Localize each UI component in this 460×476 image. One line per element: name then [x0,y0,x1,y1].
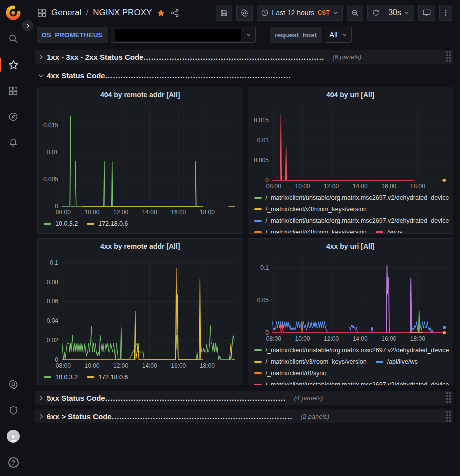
kebab-icon [442,9,450,17]
variable-value-redacted [115,29,241,41]
grafana-logo[interactable] [3,4,23,22]
sidebar-item-starred[interactable] [3,56,23,74]
legend-item[interactable]: /sw.js [376,227,403,233]
legend-item[interactable]: /_matrix/client/v3/room_keys/version [254,204,367,214]
settings-gear-icon[interactable] [3,375,23,393]
panel-title[interactable]: 4xx by remote addr [All] [38,239,243,254]
refresh-picker: 30s [367,5,414,21]
variable-label-ds-prometheus[interactable]: DS_PROMETHEUS [37,27,108,43]
legend-item[interactable]: 10.0.3.2 [44,218,78,229]
toolbar: Last 12 hours CST 30s [216,5,452,21]
svg-text:0.01: 0.01 [47,149,59,156]
timeseries-chart[interactable]: 08:0010:0012:0014:0016:0018:0000.020.040… [39,254,241,371]
dashboard-settings-button[interactable] [236,5,253,21]
chevron-right-icon [35,395,47,401]
svg-text:0: 0 [265,177,269,184]
row-header-1xx-3xx-2xx[interactable]: 1xx - 3xx - 2xx Status Code ............… [35,50,453,64]
legend-item[interactable]: 172.18.0.6 [87,218,128,229]
legend-label: /_matrix/client/unstable/org.matrix.msc2… [266,217,449,224]
svg-text:0.04: 0.04 [47,317,59,324]
save-dashboard-button[interactable] [216,5,232,21]
share-icon[interactable] [170,8,180,18]
legend-label: 172.18.0.6 [98,374,128,381]
variable-value-request-host[interactable]: All [325,27,352,43]
svg-text:0.015: 0.015 [43,122,58,129]
time-range-label: Last 12 hours [272,9,314,17]
avatar[interactable] [3,427,23,445]
refresh-interval-dropdown[interactable]: 30s [384,5,414,20]
variable-value-label: All [329,31,337,39]
panel-title[interactable]: 404 by remote addr [All] [38,87,243,102]
row-panel-count: (4 panels) [294,394,323,402]
series-color-swatch [254,372,262,374]
svg-text:12:00: 12:00 [113,209,128,216]
drag-handle-icon[interactable] [446,51,451,62]
svg-text:18:00: 18:00 [410,183,425,190]
admin-shield-icon[interactable] [3,401,23,419]
panel: 4xx by uri [All] 08:0010:0012:0014:0016:… [248,238,454,385]
refresh-button[interactable] [368,5,384,20]
panel-title[interactable]: 4xx by uri [All] [248,239,453,254]
svg-text:16:00: 16:00 [381,335,396,342]
legend-label: 172.18.0.6 [98,220,128,227]
legend-item[interactable]: /_matrix/client/r0/sync [254,368,326,378]
svg-text:12:00: 12:00 [113,362,128,369]
breadcrumb: General / NGINX PROXY [37,8,180,18]
drag-handle-icon[interactable] [446,411,451,422]
series-color-swatch [376,231,383,233]
help-icon[interactable]: ? [3,453,23,471]
svg-text:0.1: 0.1 [260,264,269,271]
zoom-out-button[interactable] [347,5,363,21]
svg-text:08:00: 08:00 [266,335,281,342]
panel: 404 by remote addr [All] 08:0010:0012:00… [37,87,243,234]
svg-text:0.06: 0.06 [47,298,59,305]
svg-text:10:00: 10:00 [84,362,99,369]
variable-value-ds-prometheus[interactable] [111,27,256,43]
search-icon[interactable] [3,30,23,48]
svg-text:08:00: 08:00 [266,183,281,190]
panel-title[interactable]: 404 by uri [All] [248,87,453,102]
legend-item[interactable]: /_matrix/client/unstable/org.matrix.msc2… [254,379,449,385]
timeseries-chart[interactable]: 08:0010:0012:0014:0016:0018:0000.0050.01… [39,102,241,217]
sidebar-item-explore-compass-icon[interactable] [3,108,23,126]
chevron-down-icon [341,32,347,38]
legend-item[interactable]: /_matrix/client/v3/room_keys/version [254,227,367,233]
panels-grid: 404 by remote addr [All] 08:0010:0012:00… [37,87,453,385]
legend-label: /_matrix/client/v3/room_keys/version [266,206,367,213]
legend-label: /_matrix/client/unstable/org.matrix.msc2… [266,381,449,385]
chevron-down-icon [245,32,251,38]
timeseries-chart[interactable]: 08:0010:0012:0014:0016:0018:0000.0050.01… [249,102,452,191]
legend-item[interactable]: /_matrix/client/unstable/org.matrix.msc2… [254,215,449,226]
expand-sidebar-button[interactable] [22,20,33,31]
alerting-bell-icon[interactable] [3,134,23,152]
more-options-kebab-button[interactable] [439,5,452,21]
legend-item[interactable]: /_matrix/client/v3/room_keys/version [254,356,367,367]
svg-text:0.005: 0.005 [43,176,58,183]
row-header-5xx[interactable]: 5xx Status Code ........................… [35,391,453,405]
apps-grid-icon [37,8,47,18]
sidebar-item-dashboards[interactable] [3,82,23,100]
legend-item[interactable]: 10.0.3.2 [44,372,78,382]
svg-text:16:00: 16:00 [171,209,186,216]
svg-text:0.005: 0.005 [253,157,268,164]
row-title-leader: ........................................… [112,412,293,421]
chevron-down-icon [404,10,410,16]
timeseries-chart[interactable]: 08:0010:0012:0014:0016:0018:0000.050.1 [249,254,452,344]
time-range-picker[interactable]: Last 12 hours CST [257,5,343,21]
legend-item[interactable]: /api/live/ws [376,356,418,367]
legend-item[interactable]: /_matrix/client/unstable/org.matrix.msc2… [254,345,449,355]
svg-text:10:00: 10:00 [84,209,99,216]
breadcrumb-folder[interactable]: General [51,8,81,18]
chevron-right-icon [35,413,47,420]
kiosk-mode-button[interactable] [418,5,435,21]
svg-text:0.02: 0.02 [47,337,59,344]
svg-text:0.08: 0.08 [47,279,59,286]
row-header-4xx[interactable]: 4xx Status Code ........................… [35,68,453,82]
series-color-swatch [87,376,94,378]
drag-handle-icon[interactable] [446,392,451,403]
variable-label-request-host[interactable]: request_host [270,27,322,43]
legend-item[interactable]: /_matrix/client/unstable/org.matrix.msc2… [254,192,449,203]
star-icon[interactable] [156,8,166,18]
row-header-6xx[interactable]: 6xx > Status Code ......................… [35,409,453,423]
legend-item[interactable]: 172.18.0.6 [87,372,128,382]
